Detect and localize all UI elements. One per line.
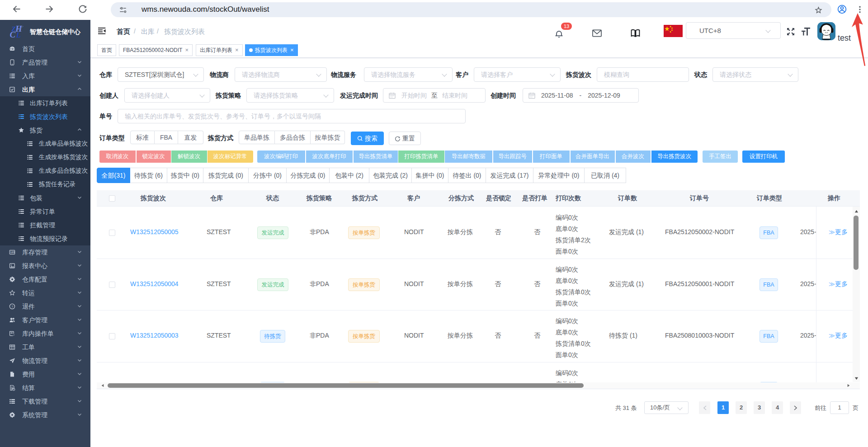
svg-text:?: ? xyxy=(11,305,13,309)
svg-text:L: L xyxy=(16,31,21,39)
svg-text:C: C xyxy=(10,30,16,39)
svg-text:123: 123 xyxy=(10,251,15,254)
